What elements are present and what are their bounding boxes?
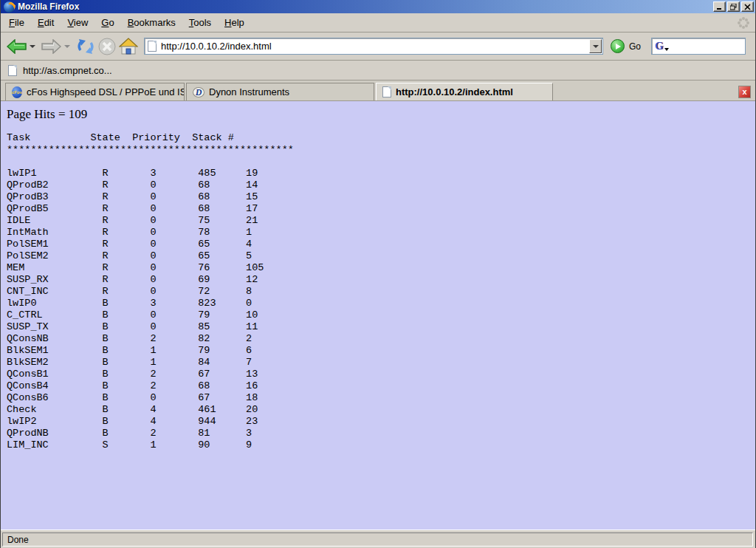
- search-input[interactable]: G: [651, 38, 746, 55]
- close-window-button[interactable]: [741, 1, 754, 12]
- restore-icon: [730, 4, 737, 10]
- tabs-container: cFoscFos Highspeed DSL / PPPoE und ISDN …: [5, 83, 554, 100]
- status-bar: Done: [1, 530, 755, 548]
- home-button[interactable]: [117, 36, 140, 57]
- menu-help[interactable]: Help: [218, 14, 251, 31]
- menu-file[interactable]: File: [2, 14, 31, 31]
- close-icon: [744, 4, 751, 10]
- forward-icon: [41, 39, 61, 54]
- bookmark-label: http://as.cmpnet.co...: [23, 65, 112, 76]
- go-label[interactable]: Go: [629, 41, 641, 52]
- browser-window: Mozilla Firefox FileEditViewGoBookmarksT…: [0, 0, 756, 548]
- back-icon: [7, 39, 27, 54]
- home-icon: [119, 38, 138, 55]
- forward-button[interactable]: [40, 38, 63, 55]
- menu-tools[interactable]: Tools: [182, 14, 218, 31]
- bookmarks-bar: http://as.cmpnet.co...: [1, 61, 755, 81]
- back-dropdown[interactable]: [30, 45, 35, 48]
- task-table: Task State Priority Stack # ************…: [7, 132, 755, 451]
- forward-dropdown[interactable]: [64, 45, 70, 48]
- window-title: Mozilla Firefox: [18, 1, 712, 12]
- bookmark-page-icon: [8, 65, 17, 76]
- google-icon: G: [655, 41, 664, 52]
- chevron-down-icon: [593, 45, 599, 48]
- back-button[interactable]: [5, 38, 28, 55]
- menu-bookmarks[interactable]: Bookmarks: [121, 14, 182, 31]
- tab-1[interactable]: cFoscFos Highspeed DSL / PPPoE und ISDN …: [5, 83, 185, 100]
- tab-label: Dynon Instruments: [209, 86, 289, 97]
- tab-3[interactable]: http://10.0.10.2/index.html: [376, 83, 553, 100]
- navigation-toolbar: http://10.0.10.2/index.html Go G: [1, 32, 755, 61]
- close-tab-button[interactable]: x: [738, 86, 751, 98]
- restore-button[interactable]: [727, 1, 740, 12]
- reload-button[interactable]: [75, 36, 97, 57]
- throbber-icon: [738, 17, 749, 29]
- menu-go[interactable]: Go: [94, 14, 120, 31]
- title-bar: Mozilla Firefox: [1, 0, 755, 13]
- bookmark-item[interactable]: http://as.cmpnet.co...: [8, 65, 112, 76]
- minimize-button[interactable]: [713, 1, 726, 12]
- go-play-icon: [616, 44, 621, 49]
- url-input[interactable]: http://10.0.10.2/index.html: [157, 41, 588, 52]
- search-engine-dropdown-icon[interactable]: [664, 48, 669, 51]
- tab-2[interactable]: DDynon Instruments: [186, 83, 374, 100]
- cfos-icon: cFos: [12, 86, 22, 98]
- page-hits-text: Page Hits = 109: [7, 107, 755, 122]
- page-icon: [382, 86, 391, 97]
- reload-icon: [76, 38, 95, 55]
- page-content: Page Hits = 109 Task State Priority Stac…: [1, 101, 755, 530]
- menu-bar: FileEditViewGoBookmarksToolsHelp: [1, 13, 755, 32]
- url-dropdown-button[interactable]: [589, 39, 602, 53]
- minimize-icon: [716, 4, 723, 10]
- firefox-icon: [4, 1, 15, 13]
- menu-items: FileEditViewGoBookmarksToolsHelp: [2, 14, 251, 31]
- status-text: Done: [2, 532, 753, 547]
- menu-edit[interactable]: Edit: [31, 14, 61, 31]
- page-icon: [148, 41, 157, 52]
- menu-view[interactable]: View: [61, 14, 94, 31]
- dynon-icon: D: [193, 87, 205, 97]
- stop-icon: [98, 38, 116, 55]
- stop-button[interactable]: [97, 36, 117, 57]
- url-bar[interactable]: http://10.0.10.2/index.html: [144, 38, 603, 55]
- tab-bar: cFoscFos Highspeed DSL / PPPoE und ISDN …: [1, 81, 755, 101]
- tab-label: http://10.0.10.2/index.html: [396, 86, 513, 97]
- go-button[interactable]: [611, 39, 625, 53]
- tab-label: cFos Highspeed DSL / PPPoE und ISDN CAP.…: [27, 86, 185, 97]
